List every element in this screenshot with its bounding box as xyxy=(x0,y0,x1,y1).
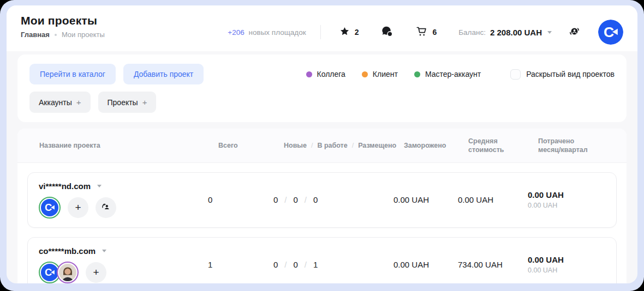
cart-count: 6 xyxy=(432,28,437,37)
cart-button[interactable]: 6 xyxy=(416,26,437,39)
spent-month-value: 0.00 UAH xyxy=(528,190,605,199)
content-area: Перейти в каталог Добавить проект Коллег… xyxy=(7,51,637,283)
expanded-view-toggle[interactable]: Раскрытый вид проектов xyxy=(510,69,615,80)
new-platforms-label: новых площадок xyxy=(249,28,306,37)
balance-dropdown[interactable]: Баланс: 2 208.00 UAH xyxy=(458,28,552,37)
breadcrumb-home[interactable]: Главная xyxy=(21,31,50,39)
total-value: 1 xyxy=(208,260,273,269)
total-value: 0 xyxy=(208,195,273,204)
project-name-dropdown[interactable]: vi*****nd.com xyxy=(39,181,208,191)
legend-item-colleague: Коллега xyxy=(306,70,345,78)
legend-label: Клиент xyxy=(373,70,398,78)
plus-icon: + xyxy=(75,202,81,213)
column-header-placed: Размещено xyxy=(358,141,396,150)
column-header-avg-cost: Средняя стоимость xyxy=(468,137,538,155)
placed-value: 0 xyxy=(313,195,318,204)
table-header: Название проекта Всего Новые / В работе … xyxy=(17,129,627,163)
projects-filter-label: Проекты xyxy=(108,98,138,107)
projects-filter-chip[interactable]: Проекты + xyxy=(98,92,157,113)
favorites-count: 2 xyxy=(355,28,359,37)
spent-cell: 0.00 UAH 0.00 UAH xyxy=(528,255,605,274)
chevron-down-icon xyxy=(547,31,552,34)
new-platforms-link[interactable]: +206 новых площадок xyxy=(228,28,306,37)
spent-quarter-value: 0.00 UAH xyxy=(528,202,605,209)
top-bar-actions: +206 новых площадок 2 xyxy=(228,14,623,45)
account-switch-button[interactable] xyxy=(568,25,581,40)
frozen-value: 0.00 UAH xyxy=(393,195,458,204)
project-name: co*****mb.com xyxy=(39,246,96,256)
page: Мои проекты Главная Мои проекты +206 нов… xyxy=(7,5,637,283)
project-accounts: C xyxy=(39,262,208,283)
transfer-account-button[interactable] xyxy=(96,197,116,218)
status-values: 0 / 0 / 1 xyxy=(273,260,393,269)
balance-label: Баланс: xyxy=(458,28,486,37)
accounts-filter-label: Аккаунты xyxy=(39,98,72,107)
plus-icon: + xyxy=(142,98,147,107)
page-title: Мои проекты xyxy=(21,14,105,27)
chevron-down-icon xyxy=(97,185,102,187)
slash-separator: / xyxy=(284,195,287,204)
messages-button[interactable] xyxy=(381,26,393,39)
table-body: vi*****nd.com C xyxy=(17,163,627,284)
transfer-user-icon xyxy=(100,201,112,214)
project-name: vi*****nd.com xyxy=(39,181,91,191)
slash-separator: / xyxy=(305,260,307,269)
spent-month-value: 0.00 UAH xyxy=(528,255,605,264)
column-header-in-progress: В работе xyxy=(317,141,347,150)
add-account-button[interactable]: + xyxy=(68,197,88,218)
colleague-dot-icon xyxy=(306,71,312,77)
column-header-spent: Потрачено месяц/квартал xyxy=(538,137,616,155)
client-dot-icon xyxy=(362,71,368,77)
toolbar-card: Перейти в каталог Добавить проект Коллег… xyxy=(17,54,627,122)
spent-quarter-value: 0.00 UAH xyxy=(528,266,605,274)
slash-separator: / xyxy=(305,195,307,204)
balance-value: 2 208.00 UAH xyxy=(490,28,542,37)
plus-icon: + xyxy=(76,98,81,107)
add-account-button[interactable]: + xyxy=(86,262,106,283)
divider xyxy=(320,25,321,39)
add-project-button[interactable]: Добавить проект xyxy=(123,64,204,84)
avg-cost-value: 734.00 UAH xyxy=(458,260,528,269)
project-row: co*****mb.com C xyxy=(27,237,617,284)
slash-separator: / xyxy=(352,141,354,150)
column-header-frozen: Заморожено xyxy=(404,141,468,150)
column-header-statuses: Новые / В работе / Размещено xyxy=(284,141,404,150)
breadcrumb: Главная Мои проекты xyxy=(21,31,105,39)
expanded-view-label: Раскрытый вид проектов xyxy=(526,70,615,78)
chat-icon xyxy=(381,26,393,39)
star-icon xyxy=(339,26,350,39)
master-dot-icon xyxy=(414,71,420,77)
expanded-view-checkbox[interactable] xyxy=(510,69,521,80)
breadcrumb-separator-icon xyxy=(55,34,57,36)
colleague-avatar[interactable] xyxy=(57,262,79,283)
go-to-catalog-button[interactable]: Перейти в каталог xyxy=(29,64,116,84)
spent-cell: 0.00 UAH 0.00 UAH xyxy=(528,190,605,209)
status-values: 0 / 0 / 0 xyxy=(273,195,393,204)
title-block: Мои проекты Главная Мои проекты xyxy=(21,14,105,39)
top-bar: Мои проекты Главная Мои проекты +206 нов… xyxy=(7,5,637,51)
in-progress-value: 0 xyxy=(294,195,298,204)
column-header-new: Новые xyxy=(284,141,307,150)
user-avatar[interactable]: C xyxy=(598,20,623,45)
action-buttons: Перейти в каталог Добавить проект xyxy=(29,64,204,84)
in-progress-value: 0 xyxy=(294,260,298,269)
master-account-avatar[interactable]: C xyxy=(39,197,61,219)
new-value: 0 xyxy=(273,260,278,269)
project-row: vi*****nd.com C xyxy=(27,172,617,228)
avg-cost-value: 0.00 UAH xyxy=(458,195,528,204)
favorites-button[interactable]: 2 xyxy=(339,26,359,39)
legend-item-client: Клиент xyxy=(362,70,398,78)
new-value: 0 xyxy=(273,195,278,204)
slash-separator: / xyxy=(311,141,313,150)
project-name-dropdown[interactable]: co*****mb.com xyxy=(39,246,208,256)
project-accounts: C + xyxy=(39,197,208,219)
column-header-total: Всего xyxy=(218,141,284,150)
accounts-filter-chip[interactable]: Аккаунты + xyxy=(29,92,91,113)
legend-label: Коллега xyxy=(317,70,345,78)
plus-icon: + xyxy=(93,267,99,277)
account-switch-icon xyxy=(568,25,581,40)
filter-chips: Аккаунты + Проекты + xyxy=(29,92,615,113)
new-platforms-count: +206 xyxy=(228,28,244,37)
chevron-down-icon xyxy=(102,250,106,252)
legend-label: Мастер-аккаунт xyxy=(425,70,481,78)
